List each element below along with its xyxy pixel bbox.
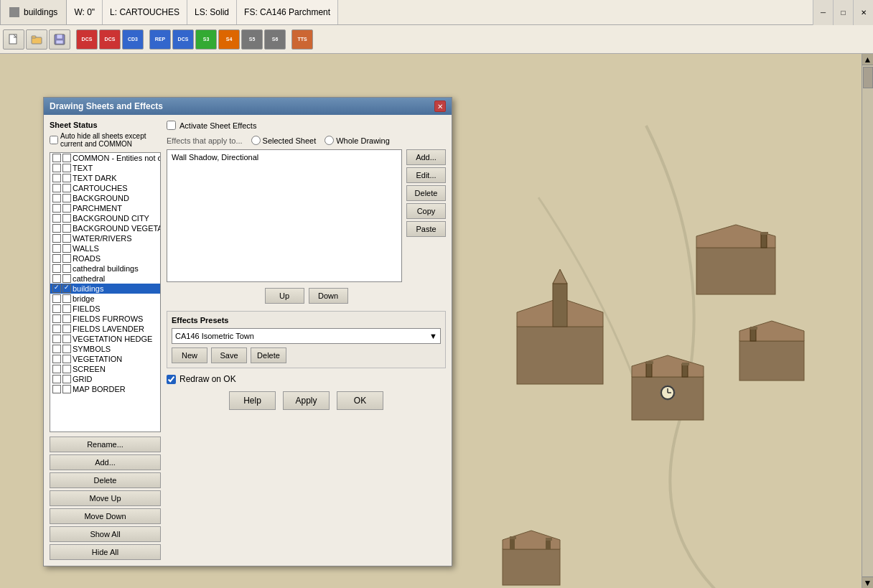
- sheet-btn-move-up[interactable]: Move Up: [50, 490, 161, 506]
- sheet-list-item[interactable]: PARCHMENT: [50, 203, 160, 213]
- dcs2-button[interactable]: DCS: [99, 29, 121, 50]
- document-tab[interactable]: buildings: [0, 0, 67, 24]
- dcs1-button[interactable]: DCS: [76, 29, 98, 50]
- apply-button[interactable]: Apply: [283, 391, 330, 410]
- sheet-btn-move-down[interactable]: Move Down: [50, 508, 161, 524]
- sheet-list-item[interactable]: TEXT: [50, 163, 160, 173]
- sheet-list-item[interactable]: CARTOUCHES: [50, 183, 160, 193]
- drawing-sheets-dialog: Drawing Sheets and Effects ✕ Sheet Statu…: [43, 97, 452, 566]
- ok-button[interactable]: OK: [337, 391, 383, 410]
- sheet-list-item[interactable]: BACKGROUND CITY: [50, 213, 160, 223]
- scroll-thumb[interactable]: [863, 67, 873, 88]
- selected-sheet-radio-option: Selected Sheet: [251, 136, 317, 145]
- vertical-scrollbar[interactable]: ▲ ▼: [862, 54, 873, 588]
- activate-checkbox[interactable]: [167, 121, 176, 130]
- edit-effect-button[interactable]: Edit...: [406, 167, 446, 183]
- s5-button[interactable]: S5: [241, 29, 263, 50]
- sheet-item-label: WALLS: [73, 244, 99, 253]
- sheet-list-item[interactable]: FIELDS: [50, 304, 160, 314]
- effects-list-item[interactable]: Wall Shadow, Directional: [169, 151, 400, 163]
- sheet-item-label: FIELDS: [73, 304, 101, 313]
- close-button[interactable]: ✕: [853, 0, 873, 25]
- restore-button[interactable]: □: [833, 0, 853, 25]
- sheet-list-item[interactable]: FIELDS LAVENDER: [50, 324, 160, 334]
- sheet-list-item[interactable]: BACKGROUND VEGETATION: [50, 223, 160, 233]
- save-preset-button[interactable]: Save: [211, 347, 247, 363]
- sheet-list-item[interactable]: GRID: [50, 374, 160, 384]
- dialog-title: Drawing Sheets and Effects: [50, 101, 163, 111]
- selected-sheet-radio[interactable]: [251, 136, 261, 145]
- scroll-down-button[interactable]: ▼: [862, 577, 873, 588]
- add-effect-button[interactable]: Add...: [406, 149, 446, 165]
- sheet-list-item[interactable]: VEGETATION: [50, 354, 160, 364]
- sheet-item-label: ROADS: [73, 254, 101, 263]
- sheet-list-item[interactable]: WALLS: [50, 243, 160, 253]
- presets-label: Effects Presets: [172, 316, 441, 325]
- sheet-list-item[interactable]: VEGETATION HEDGE: [50, 334, 160, 344]
- sheet-item-label: BACKGROUND CITY: [73, 214, 149, 223]
- delete-effect-button[interactable]: Delete: [406, 185, 446, 201]
- sheet-item-label: VEGETATION HEDGE: [73, 335, 152, 343]
- minimize-button[interactable]: ─: [813, 0, 833, 25]
- scroll-up-button[interactable]: ▲: [862, 54, 873, 65]
- up-button[interactable]: Up: [265, 288, 304, 304]
- sheet-list-item[interactable]: SYMBOLS: [50, 344, 160, 354]
- sheet-item-label: FIELDS LAVENDER: [73, 325, 144, 333]
- sheet-btn-show-all[interactable]: Show All: [50, 526, 161, 542]
- new-button[interactable]: [3, 29, 24, 50]
- new-preset-button[interactable]: New: [172, 347, 207, 363]
- sheet-list-item[interactable]: SCREEN: [50, 364, 160, 374]
- open-button[interactable]: [26, 29, 47, 50]
- effects-list[interactable]: Wall Shadow, Directional: [167, 149, 402, 282]
- redraw-checkbox[interactable]: [167, 375, 176, 384]
- s6-button[interactable]: S6: [264, 29, 286, 50]
- sheet-btn-delete[interactable]: Delete: [50, 472, 161, 488]
- sheet-list-item[interactable]: COMMON - Entities not on any: [50, 153, 160, 163]
- copy-effect-button[interactable]: Copy: [406, 203, 446, 219]
- tts-button[interactable]: TTS: [291, 29, 313, 50]
- sheet-list[interactable]: COMMON - Entities not on anyTEXTTEXT DAR…: [50, 152, 161, 432]
- svg-rect-19: [750, 327, 757, 330]
- down-button[interactable]: Down: [309, 288, 348, 304]
- svg-rect-37: [546, 539, 551, 549]
- cd3-button[interactable]: CD3: [122, 29, 144, 50]
- rep-button[interactable]: REP: [149, 29, 171, 50]
- svg-rect-13: [682, 364, 688, 377]
- presets-dropdown[interactable]: CA146 Isometric Town ▼: [172, 328, 441, 344]
- save-button[interactable]: [49, 29, 70, 50]
- sheet-list-item[interactable]: cathedral: [50, 274, 160, 284]
- dialog-titlebar: Drawing Sheets and Effects ✕: [44, 98, 452, 115]
- sheet-btn-add[interactable]: Add...: [50, 454, 161, 470]
- redraw-label: Redraw on OK: [179, 374, 236, 384]
- sheet-list-item[interactable]: TEXT DARK: [50, 173, 160, 183]
- sheet-item-label: TEXT DARK: [73, 174, 117, 182]
- dcs3-button[interactable]: DCS: [172, 29, 194, 50]
- sheet-list-item[interactable]: buildings: [50, 284, 160, 294]
- sheet-btn-hide-all[interactable]: Hide All: [50, 544, 161, 560]
- auto-hide-row: Auto hide all sheets except current and …: [50, 132, 161, 148]
- sheet-list-item[interactable]: FIELDS FURROWS: [50, 314, 160, 324]
- sheet-list-item[interactable]: ROADS: [50, 253, 160, 263]
- paste-effect-button[interactable]: Paste: [406, 221, 446, 237]
- dialog-close-button[interactable]: ✕: [434, 101, 446, 112]
- sheet-list-item[interactable]: WATER/RIVERS: [50, 233, 160, 243]
- dialog-body: Sheet Status Auto hide all sheets except…: [44, 115, 452, 566]
- sheet-item-label: bridge: [73, 294, 95, 303]
- sheet-list-item[interactable]: bridge: [50, 294, 160, 304]
- sheet-list-item[interactable]: MAP BORDER: [50, 384, 160, 394]
- s4-button[interactable]: S4: [218, 29, 240, 50]
- auto-hide-checkbox[interactable]: [50, 136, 58, 144]
- effects-panel: Activate Sheet Effects Effects that appl…: [167, 121, 446, 560]
- whole-drawing-radio[interactable]: [325, 136, 334, 145]
- sheet-btn-rename[interactable]: Rename...: [50, 437, 161, 452]
- whole-drawing-radio-option: Whole Drawing: [325, 136, 390, 145]
- svg-rect-6: [517, 327, 603, 384]
- sheet-item-label: FIELDS FURROWS: [73, 314, 143, 323]
- sheet-item-label: MAP BORDER: [73, 385, 126, 393]
- delete-preset-button[interactable]: Delete: [251, 347, 286, 363]
- sheet-list-item[interactable]: cathedral buildings: [50, 263, 160, 274]
- s3-button[interactable]: S3: [195, 29, 217, 50]
- sheet-list-item[interactable]: BACKGROUND: [50, 193, 160, 203]
- linestyle-segment: LS: Solid: [187, 0, 237, 24]
- help-button[interactable]: Help: [229, 391, 276, 410]
